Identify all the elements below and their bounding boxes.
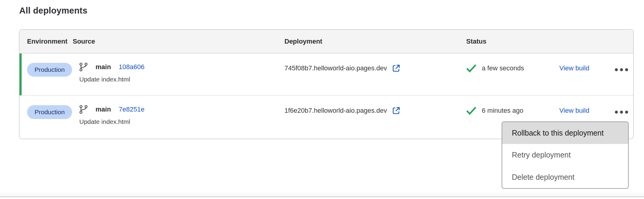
deployment-url: 1f6e20b7.helloworld-aio.pages.dev (284, 106, 387, 115)
menu-item-delete[interactable]: Delete deployment (502, 166, 628, 188)
ellipsis-icon (615, 68, 618, 71)
check-icon (466, 106, 476, 115)
row-actions-button[interactable] (615, 111, 628, 114)
commit-message: Update index.html (79, 76, 284, 83)
environment-badge: Production (27, 63, 72, 77)
git-branch-icon (79, 105, 88, 114)
external-link-icon[interactable] (392, 64, 401, 73)
header-deployment: Deployment (284, 38, 466, 45)
header-status: Status (466, 38, 559, 45)
commit-link[interactable]: 108a606 (119, 63, 144, 71)
check-icon (466, 64, 476, 73)
commit-link[interactable]: 7e8251e (119, 106, 144, 113)
header-source: Source (73, 38, 284, 45)
deployment-url: 745f08b7.helloworld-aio.pages.dev (284, 64, 387, 73)
external-link-icon[interactable] (392, 106, 401, 115)
ellipsis-icon (615, 111, 618, 114)
row-actions-button[interactable] (615, 68, 628, 71)
header-environment: Environment (20, 38, 73, 45)
branch-name: main (96, 63, 111, 71)
commit-message: Update index.html (79, 118, 284, 125)
bottom-divider (0, 193, 644, 197)
deployment-time: 6 minutes ago (482, 106, 523, 115)
environment-badge: Production (27, 105, 72, 119)
current-deployment-indicator (20, 54, 22, 95)
menu-item-retry[interactable]: Retry deployment (502, 144, 628, 166)
view-build-link[interactable]: View build (559, 107, 589, 114)
view-build-link[interactable]: View build (559, 64, 589, 72)
row-actions-menu: Rollback to this deployment Retry deploy… (502, 121, 629, 189)
deployment-time: a few seconds (482, 64, 524, 73)
deployment-row: Production main 108a606 Update index.htm… (20, 54, 633, 96)
menu-item-rollback[interactable]: Rollback to this deployment (502, 122, 628, 144)
table-header-row: Environment Source Deployment Status (20, 30, 633, 54)
page-title: All deployments (19, 6, 87, 16)
branch-name: main (96, 106, 111, 113)
git-branch-icon (79, 63, 88, 72)
